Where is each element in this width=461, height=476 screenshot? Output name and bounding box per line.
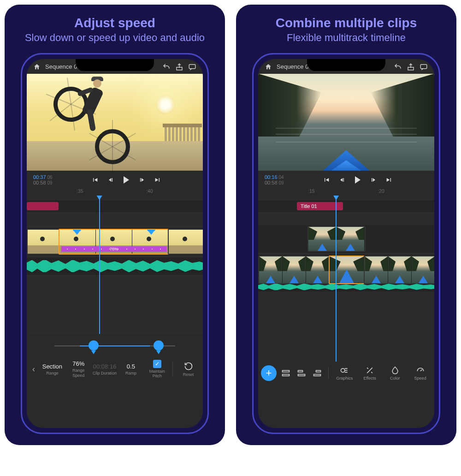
card-subhead: Slow down or speed up video and audio	[25, 31, 205, 45]
card-subhead: Flexible multitrack timeline	[287, 31, 406, 45]
share-icon[interactable]	[407, 63, 415, 71]
video-clip[interactable]	[258, 256, 331, 284]
video-clip-selected[interactable]: 76%	[59, 229, 170, 255]
speed-label: Speed	[414, 376, 426, 381]
skip-end-icon[interactable]	[385, 176, 393, 184]
home-icon[interactable]	[265, 63, 272, 71]
range-slider[interactable]	[27, 334, 203, 357]
video-track[interactable]: 76%	[27, 228, 203, 256]
video-clip-selected[interactable]	[329, 256, 366, 284]
timeline[interactable]: Title 01	[258, 196, 434, 362]
color-button[interactable]: Color	[384, 366, 407, 381]
time-ruler[interactable]: :15 :20	[258, 188, 434, 196]
ramp-label: Ramp	[125, 371, 136, 375]
range-speed-control[interactable]: 76% Range Speed	[66, 360, 91, 378]
phone-notch	[307, 59, 385, 71]
phone-mockup: Sequence 01	[258, 59, 434, 428]
graphics-button[interactable]: Graphics	[333, 366, 356, 381]
skip-start-icon[interactable]	[322, 176, 331, 184]
card-headline: Adjust speed	[74, 16, 155, 30]
frame-forward-icon[interactable]	[369, 176, 378, 184]
ramp-control[interactable]: 0.5 Ramp	[118, 363, 143, 375]
audio-track[interactable]	[258, 282, 434, 292]
video-track-lower[interactable]	[258, 255, 434, 292]
home-icon[interactable]	[33, 63, 41, 71]
effects-label: Effects	[363, 376, 376, 381]
undo-icon[interactable]	[394, 63, 402, 71]
range-speed-label: Range Speed	[66, 368, 91, 378]
maintain-pitch-control[interactable]: ✓ Maintain Pitch	[144, 360, 170, 379]
clip-duration-label: Clip Duration	[93, 371, 117, 375]
time-ruler[interactable]: :35 :40	[27, 188, 203, 196]
speed-button[interactable]: Speed	[409, 366, 431, 381]
skip-start-icon[interactable]	[91, 176, 99, 184]
transport-bar: 00:1604 00:5809	[258, 171, 434, 188]
play-icon[interactable]	[354, 176, 362, 184]
section-control[interactable]: Section Range	[40, 363, 65, 375]
current-time: 00:37	[33, 174, 46, 180]
effects-button[interactable]: Effects	[359, 366, 381, 381]
slider-knob-right[interactable]	[154, 340, 164, 351]
title-clip-label: Title 01	[301, 203, 317, 209]
comment-icon[interactable]	[188, 63, 196, 71]
share-icon[interactable]	[175, 63, 183, 71]
video-clip[interactable]	[168, 229, 203, 255]
clip-duration-value: 00:08:16	[93, 363, 117, 370]
svg-rect-6	[298, 370, 303, 372]
ruler-tick: :15	[308, 189, 315, 194]
total-time: 00:58	[33, 180, 46, 185]
total-frames: 09	[279, 180, 284, 185]
audio-track[interactable]	[27, 257, 203, 275]
speed-strip[interactable]: 76%	[61, 246, 167, 252]
playhead[interactable]	[336, 196, 337, 362]
video-preview[interactable]	[258, 74, 434, 171]
divider	[328, 367, 329, 379]
playhead[interactable]	[99, 196, 100, 334]
reset-label: Reset	[183, 372, 194, 377]
frame-back-icon[interactable]	[338, 176, 346, 184]
card-headline: Combine multiple clips	[276, 16, 417, 30]
back-icon[interactable]: ‹	[29, 364, 39, 374]
add-button[interactable]: +	[261, 365, 277, 381]
phone-outline: Sequence 01	[21, 53, 209, 434]
video-track-upper[interactable]	[258, 225, 434, 253]
svg-rect-3	[420, 64, 427, 68]
svg-rect-5	[283, 374, 290, 375]
slider-knob-left[interactable]	[89, 340, 99, 351]
kayak-illustration	[309, 143, 383, 171]
promo-card-multitrack: Combine multiple clips Flexible multitra…	[236, 5, 456, 445]
phone-outline: Sequence 01	[252, 53, 440, 434]
timeline[interactable]: 76%	[27, 196, 203, 334]
align-left-track-icon[interactable]	[295, 367, 308, 380]
comment-icon[interactable]	[420, 63, 428, 71]
ruler-tick: :35	[77, 189, 83, 194]
maintain-pitch-checkbox[interactable]: ✓	[153, 360, 161, 368]
frame-back-icon[interactable]	[106, 176, 115, 184]
play-icon[interactable]	[122, 176, 130, 184]
title-clip[interactable]	[27, 202, 59, 210]
undo-icon[interactable]	[162, 63, 171, 71]
frame-forward-icon[interactable]	[138, 176, 146, 184]
reset-icon	[183, 361, 194, 371]
rider-illustration	[87, 88, 99, 115]
ruler-tick: :20	[378, 189, 384, 194]
reset-button[interactable]: Reset	[176, 361, 201, 377]
video-preview[interactable]	[27, 74, 203, 171]
range-speed-value: 76%	[72, 360, 84, 367]
video-clip[interactable]	[364, 256, 434, 284]
main-toolbar: + Graphics	[258, 362, 434, 387]
total-frames: 09	[47, 180, 53, 185]
section-value: Section	[42, 363, 62, 370]
promo-card-speed: Adjust speed Slow down or speed up video…	[5, 5, 225, 445]
title-track[interactable]: Title 01	[258, 200, 434, 212]
maintain-pitch-label: Maintain Pitch	[144, 369, 170, 379]
svg-rect-9	[314, 374, 321, 375]
overlay-track-icon[interactable]	[279, 367, 292, 380]
bike-wheel-rear-illustration	[95, 129, 130, 164]
align-right-track-icon[interactable]	[311, 367, 324, 380]
video-clip[interactable]	[27, 229, 60, 255]
transport-bar: 00:3706 00:5809	[27, 171, 203, 188]
title-track[interactable]	[27, 200, 203, 212]
svg-point-10	[341, 369, 345, 372]
skip-end-icon[interactable]	[154, 176, 162, 184]
